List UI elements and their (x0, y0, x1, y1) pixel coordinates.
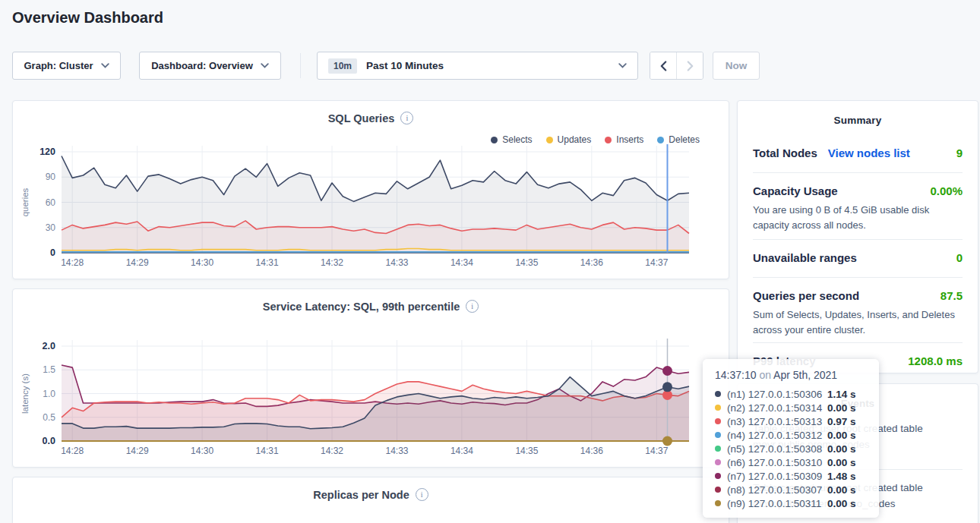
capacity-description: You are using 0 B of 4.5 GiB usable disk… (753, 203, 964, 233)
node-color-dot (715, 432, 721, 438)
svg-text:queries: queries (21, 187, 30, 216)
graph-dropdown[interactable]: Graph: Cluster (12, 52, 121, 80)
tooltip-node-row: (n1) 127.0.0.1:503061.14 s (715, 387, 868, 401)
chevron-down-icon (618, 63, 627, 68)
tooltip-timestamp: 14:37:10 on Apr 5th, 2021 (715, 369, 868, 381)
divider (753, 239, 963, 240)
total-nodes-label: Total Nodes (753, 147, 817, 159)
svg-text:0.5: 0.5 (43, 412, 55, 423)
total-nodes-value: 9 (956, 147, 963, 159)
svg-text:14:28: 14:28 (61, 446, 84, 456)
capacity-label: Capacity Usage (753, 184, 838, 197)
time-range-label: Past 10 Minutes (366, 60, 444, 71)
node-color-dot (715, 418, 721, 424)
chevron-down-icon (101, 63, 109, 68)
tooltip-node-row: (n6) 127.0.0.1:503100.00 s (715, 455, 868, 469)
node-color-dot (715, 446, 721, 452)
svg-text:14:37: 14:37 (645, 446, 668, 456)
svg-text:14:29: 14:29 (126, 257, 149, 268)
divider (753, 172, 963, 173)
sql-queries-chart[interactable]: 14:2814:2914:3014:3114:3214:3314:3414:35… (13, 101, 730, 280)
svg-text:14:36: 14:36 (580, 257, 603, 268)
time-range-dropdown[interactable]: 10m Past 10 Minutes (317, 52, 638, 80)
summary-capacity: Capacity Usage 0.00% (753, 184, 963, 197)
time-next-button[interactable] (677, 52, 703, 79)
tooltip-node-row: (n7) 127.0.0.1:503091.48 s (715, 469, 868, 483)
dashboard-dropdown-label: Dashboard: Overview (151, 60, 253, 71)
svg-text:latency (s): latency (s) (21, 373, 30, 414)
time-pager (650, 52, 703, 80)
svg-text:14:35: 14:35 (515, 257, 538, 268)
unavailable-ranges-value: 0 (956, 251, 963, 264)
info-icon[interactable]: i (416, 488, 428, 501)
qps-value: 87.5 (940, 289, 963, 302)
divider (753, 342, 963, 343)
chevron-right-icon (687, 61, 694, 71)
svg-text:0.0: 0.0 (43, 436, 55, 446)
node-color-dot (715, 487, 721, 493)
svg-text:14:32: 14:32 (321, 446, 343, 456)
svg-text:90: 90 (46, 172, 56, 182)
sql-queries-card: SQL Queries i Selects Updates Inserts De… (12, 100, 729, 279)
node-color-dot (715, 473, 721, 479)
overview-dashboard-page: Overview Dashboard Graph: Cluster Dashbo… (0, 0, 980, 523)
tooltip-node-row: (n5) 127.0.0.1:503080.00 s (715, 442, 868, 455)
time-prev-button[interactable] (650, 52, 676, 79)
tooltip-node-row: (n9) 127.0.0.1:503110.00 s (715, 496, 868, 510)
chevron-left-icon (660, 61, 667, 71)
node-color-dot (715, 405, 721, 411)
chevron-down-icon (261, 63, 269, 68)
qps-description: Sum of Selects, Updates, Inserts, and De… (753, 307, 964, 338)
svg-text:0: 0 (50, 247, 55, 258)
view-nodes-list-link[interactable]: View nodes list (828, 147, 910, 159)
svg-text:120: 120 (40, 147, 55, 157)
svg-text:14:32: 14:32 (321, 257, 343, 268)
svg-text:14:31: 14:31 (256, 446, 279, 456)
summary-panel: Summary Total Nodes View nodes list 9 Ca… (737, 100, 978, 373)
chart-title: Replicas per Node (313, 489, 409, 501)
tooltip-node-row: (n2) 127.0.0.1:503140.00 s (715, 401, 868, 414)
svg-text:14:37: 14:37 (645, 257, 668, 268)
unavailable-ranges-label: Unavailable ranges (753, 251, 857, 264)
graph-dropdown-label: Graph: Cluster (24, 60, 93, 71)
time-range-badge: 10m (328, 58, 357, 74)
svg-text:14:28: 14:28 (61, 257, 84, 268)
service-latency-card: Service Latency: SQL, 99th percentile i … (12, 288, 729, 468)
svg-text:14:35: 14:35 (515, 446, 538, 456)
svg-text:14:36: 14:36 (580, 446, 603, 456)
summary-qps: Queries per second 87.5 (753, 289, 963, 302)
svg-text:14:34: 14:34 (450, 446, 473, 456)
svg-text:2.0: 2.0 (43, 341, 55, 351)
summary-heading: Summary (738, 115, 978, 126)
svg-text:14:29: 14:29 (126, 446, 149, 456)
service-latency-chart[interactable]: 14:2814:2914:3014:3114:3214:3314:3414:35… (13, 289, 730, 468)
capacity-value: 0.00% (930, 184, 963, 197)
summary-unavailable-ranges: Unavailable ranges 0 (753, 251, 963, 264)
svg-text:60: 60 (46, 197, 56, 208)
chart-tooltip: 14:37:10 on Apr 5th, 2021 (n1) 127.0.0.1… (703, 359, 879, 518)
now-button[interactable]: Now (713, 52, 760, 80)
p99-latency-value: 1208.0 ms (908, 354, 963, 367)
divider (753, 277, 963, 278)
dashboard-dropdown[interactable]: Dashboard: Overview (139, 52, 281, 80)
svg-text:30: 30 (46, 222, 56, 233)
tooltip-node-row: (n3) 127.0.0.1:503130.97 s (715, 414, 868, 428)
tooltip-node-row: (n4) 127.0.0.1:503120.00 s (715, 428, 868, 442)
svg-text:14:31: 14:31 (256, 257, 279, 268)
summary-total-nodes: Total Nodes View nodes list 9 (753, 147, 963, 159)
controls-divider (300, 53, 301, 78)
node-color-dot (715, 459, 721, 465)
tooltip-node-row: (n8) 127.0.0.1:503070.00 s (715, 483, 868, 496)
svg-text:14:33: 14:33 (385, 446, 408, 456)
svg-text:14:30: 14:30 (191, 257, 213, 268)
svg-text:1.0: 1.0 (43, 389, 55, 399)
node-color-dot (715, 500, 721, 506)
svg-text:14:34: 14:34 (450, 257, 473, 268)
svg-text:14:30: 14:30 (191, 446, 213, 456)
replicas-per-node-card: Replicas per Node i (12, 477, 729, 523)
svg-text:1.5: 1.5 (43, 364, 55, 375)
qps-label: Queries per second (753, 289, 859, 302)
page-title: Overview Dashboard (12, 9, 163, 27)
svg-text:14:33: 14:33 (385, 257, 408, 268)
node-color-dot (715, 391, 721, 397)
